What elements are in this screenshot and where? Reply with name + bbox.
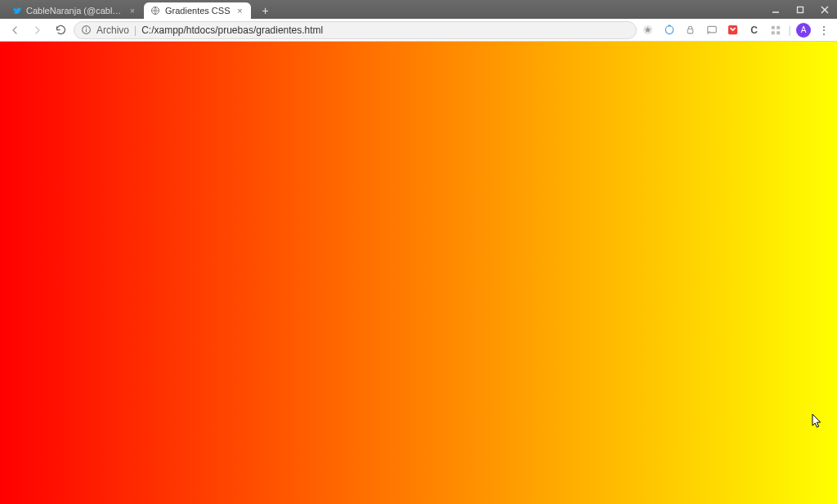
tab-title: CableNaranja (@cablenaranja7) / (26, 6, 123, 16)
cast-icon[interactable] (704, 22, 720, 38)
globe-icon (150, 6, 160, 16)
tab-title: Gradientes CSS (165, 6, 230, 16)
tab-active[interactable]: Gradientes CSS × (144, 2, 251, 19)
extension-icon-1[interactable] (661, 22, 678, 38)
url-scheme-label: Archivo (96, 25, 129, 36)
svg-rect-2 (798, 7, 803, 12)
close-icon[interactable]: × (128, 6, 137, 16)
svg-rect-14 (777, 25, 780, 29)
cursor-icon (812, 413, 823, 428)
browser-toolbar: Archivo | C:/xampp/htdocs/pruebas/gradie… (0, 19, 837, 42)
close-icon[interactable]: × (235, 6, 244, 16)
page-viewport (0, 42, 837, 504)
lock-icon[interactable] (683, 22, 699, 38)
extension-icon-c[interactable]: C (746, 22, 763, 38)
profile-avatar[interactable]: A (796, 23, 811, 38)
window-close-button[interactable] (812, 0, 837, 19)
twitter-icon (11, 6, 21, 16)
new-tab-button[interactable]: + (256, 2, 274, 19)
avatar-initial: A (801, 25, 807, 34)
pocket-icon[interactable] (725, 22, 741, 38)
tab-inactive-1[interactable]: CableNaranja (@cablenaranja7) / × (5, 2, 144, 19)
svg-rect-10 (687, 29, 693, 33)
back-button[interactable] (5, 20, 25, 40)
tab-strip: CableNaranja (@cablenaranja7) / × Gradie… (0, 0, 274, 19)
address-bar[interactable]: Archivo | C:/xampp/htdocs/pruebas/gradie… (74, 21, 637, 39)
toolbar-right-icons: C | A ⋮ (640, 22, 832, 38)
reload-button[interactable] (51, 20, 70, 40)
url-text: C:/xampp/htdocs/pruebas/gradientes.html (141, 25, 629, 36)
info-icon (81, 25, 92, 35)
svg-rect-16 (777, 31, 780, 34)
forward-button[interactable] (28, 20, 47, 40)
minimize-button[interactable] (763, 0, 788, 19)
maximize-button[interactable] (788, 0, 812, 19)
separator: | (789, 24, 791, 36)
kebab-menu-icon[interactable]: ⋮ (816, 22, 832, 38)
svg-point-7 (86, 27, 87, 28)
svg-rect-15 (771, 31, 774, 34)
browser-titlebar: CableNaranja (@cablenaranja7) / × Gradie… (0, 0, 837, 19)
separator: | (134, 25, 137, 36)
window-controls (763, 0, 837, 19)
svg-rect-9 (668, 25, 671, 26)
star-icon[interactable] (640, 22, 656, 38)
svg-rect-13 (771, 25, 774, 29)
extension-icon-grid[interactable] (768, 22, 784, 38)
